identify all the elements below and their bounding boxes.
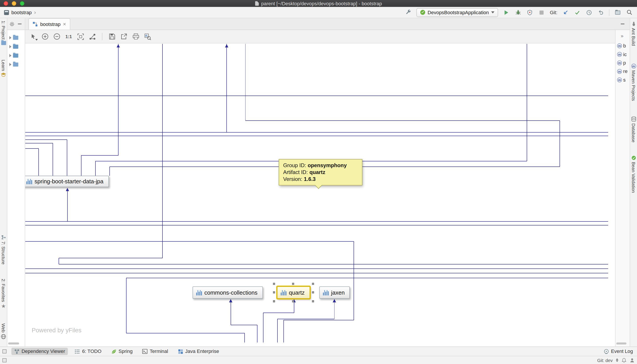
close-window-button[interactable] xyxy=(4,1,8,6)
main-area: 1: Project Learn 7: Structure 2: Favorit… xyxy=(0,18,637,346)
expand-arrow-icon[interactable] xyxy=(9,36,11,40)
notifications-icon[interactable] xyxy=(622,358,626,362)
export-icon[interactable] xyxy=(119,32,129,42)
git-rollback-icon[interactable] xyxy=(597,9,605,16)
dependency-viewer-icon xyxy=(14,349,20,354)
wrench-icon[interactable] xyxy=(404,9,412,16)
fit-content-icon[interactable] xyxy=(75,32,85,42)
project-folder-icon xyxy=(1,41,6,45)
toolwindow-label: 6: TODO xyxy=(82,348,101,354)
inspections-profile-icon[interactable] xyxy=(630,358,634,362)
gear-icon[interactable] xyxy=(9,21,15,26)
horizontal-scrollbar-thumb[interactable] xyxy=(616,342,626,344)
sidebar-item-maven-projects[interactable]: m Maven Projects xyxy=(630,64,637,101)
sidebar-item-project[interactable]: 1: Project xyxy=(0,20,7,45)
sidebar-item-favorites[interactable]: 2: Favorites ★ xyxy=(0,279,7,309)
maven-projects-panel: » mb mic mp mre ms xyxy=(615,30,630,346)
save-icon[interactable] xyxy=(107,32,117,42)
project-structure-icon[interactable] xyxy=(614,9,621,16)
graph-node[interactable]: jaxen xyxy=(319,286,350,298)
tree-row[interactable] xyxy=(7,42,25,51)
selection-handle[interactable] xyxy=(292,300,294,302)
graph-node[interactable]: commons-collections xyxy=(193,286,263,298)
navigation-bar: bootstrap › DevopsBootstrapApplication xyxy=(0,7,637,18)
print-icon[interactable] xyxy=(131,32,140,42)
hide-icon[interactable] xyxy=(621,24,624,24)
run-button[interactable] xyxy=(503,9,510,16)
selection-handle[interactable] xyxy=(312,300,314,302)
tree-row[interactable] xyxy=(7,51,25,60)
expand-arrow-icon[interactable] xyxy=(9,54,11,57)
node-label: spring-boot-starter-data-jpa xyxy=(35,178,104,185)
selection-handle[interactable] xyxy=(273,291,275,293)
expand-arrow-icon[interactable] xyxy=(9,63,11,66)
sidebar-item-database[interactable]: Database xyxy=(630,116,637,142)
sidebar-item-structure[interactable]: 7: Structure xyxy=(0,235,7,264)
sidebar-item-ant-build[interactable]: Ant Build xyxy=(630,22,637,46)
sidebar-item-bean-validation[interactable]: Bean Validation xyxy=(630,156,637,193)
toolwindow-java-enterprise[interactable]: Java Enterprise xyxy=(175,348,222,355)
toolwindow-todo[interactable]: 6: TODO xyxy=(72,348,104,355)
toolwindow-terminal[interactable]: Terminal xyxy=(140,348,171,355)
zoom-out-icon[interactable] xyxy=(52,32,62,42)
maven-icon: m xyxy=(617,69,622,74)
tree-row[interactable] xyxy=(7,60,25,69)
dependency-graph-canvas[interactable]: spring-boot-starter-data-jpa commons-col… xyxy=(25,44,615,346)
window-title: parent [~/Desktop/devops/devops-bootstra… xyxy=(261,1,382,6)
graph-node-selected[interactable]: quartz xyxy=(277,286,310,298)
toolwindow-toggle-icon[interactable] xyxy=(3,358,7,362)
debug-icon[interactable] xyxy=(515,9,522,16)
git-branch-widget[interactable]: Git: dev xyxy=(597,358,612,362)
event-log-icon xyxy=(604,349,609,354)
toolwindow-event-log[interactable]: Event Log xyxy=(604,348,634,354)
run-configuration-select[interactable]: DevopsBootstrapApplication xyxy=(416,8,498,17)
tree-row[interactable] xyxy=(7,33,25,42)
zoom-in-icon[interactable] xyxy=(40,32,50,42)
git-update-icon[interactable] xyxy=(562,9,569,16)
edit-mode-icon[interactable] xyxy=(29,32,38,42)
tab-bootstrap[interactable]: bootstrap × xyxy=(29,18,70,30)
git-history-icon[interactable] xyxy=(585,9,593,16)
java-enterprise-icon xyxy=(178,349,183,354)
preview-diagram-icon[interactable] xyxy=(142,32,152,42)
sidebar-item-label: 2: Favorites xyxy=(1,279,6,302)
toolwindow-spring[interactable]: Spring xyxy=(108,348,135,355)
selection-handle[interactable] xyxy=(312,283,314,285)
branch-arrows-icon xyxy=(616,358,618,362)
diagram-icon xyxy=(32,22,38,27)
breadcrumb[interactable]: bootstrap xyxy=(11,10,32,15)
zoom-window-button[interactable] xyxy=(20,1,25,6)
apply-layout-icon[interactable] xyxy=(87,32,97,42)
maven-module-item[interactable]: mp xyxy=(617,60,627,66)
tooltip-version-value: 1.6.3 xyxy=(304,176,316,183)
toolwindow-switcher-icon[interactable] xyxy=(3,349,7,353)
expand-arrow-icon[interactable] xyxy=(9,45,11,48)
selection-handle[interactable] xyxy=(273,300,275,302)
maven-module-item[interactable]: mb xyxy=(617,43,627,49)
horizontal-scrollbar-thumb[interactable] xyxy=(8,342,19,344)
git-commit-icon[interactable] xyxy=(574,9,581,16)
search-icon[interactable] xyxy=(626,9,633,16)
maven-module-item[interactable]: mre xyxy=(617,68,627,74)
minimize-window-button[interactable] xyxy=(12,1,16,6)
status-bar: Git: dev xyxy=(0,356,637,364)
selection-handle[interactable] xyxy=(273,283,275,285)
hide-panel-icon[interactable] xyxy=(18,24,22,24)
toolbar-separator xyxy=(609,9,609,16)
star-icon: ★ xyxy=(1,304,6,309)
sidebar-item-web[interactable]: Web xyxy=(0,324,7,340)
graph-node[interactable]: spring-boot-starter-data-jpa xyxy=(25,176,109,187)
maven-icon: m xyxy=(617,78,622,82)
maven-module-label: re xyxy=(623,68,628,74)
selection-handle[interactable] xyxy=(312,291,314,293)
run-with-coverage-icon[interactable] xyxy=(526,9,534,16)
expand-panel-icon[interactable]: » xyxy=(621,33,623,39)
selection-handle[interactable] xyxy=(292,283,294,285)
toolwindow-dependency-viewer[interactable]: Dependency Viewer xyxy=(11,348,68,355)
maven-module-item[interactable]: ms xyxy=(617,77,627,83)
close-icon[interactable]: × xyxy=(63,22,66,27)
sidebar-item-learn[interactable]: Learn xyxy=(0,60,7,77)
diagram-toolbar: 1:1 xyxy=(25,30,615,43)
maven-module-item[interactable]: mic xyxy=(617,52,627,57)
actual-size-button[interactable]: 1:1 xyxy=(64,32,74,42)
